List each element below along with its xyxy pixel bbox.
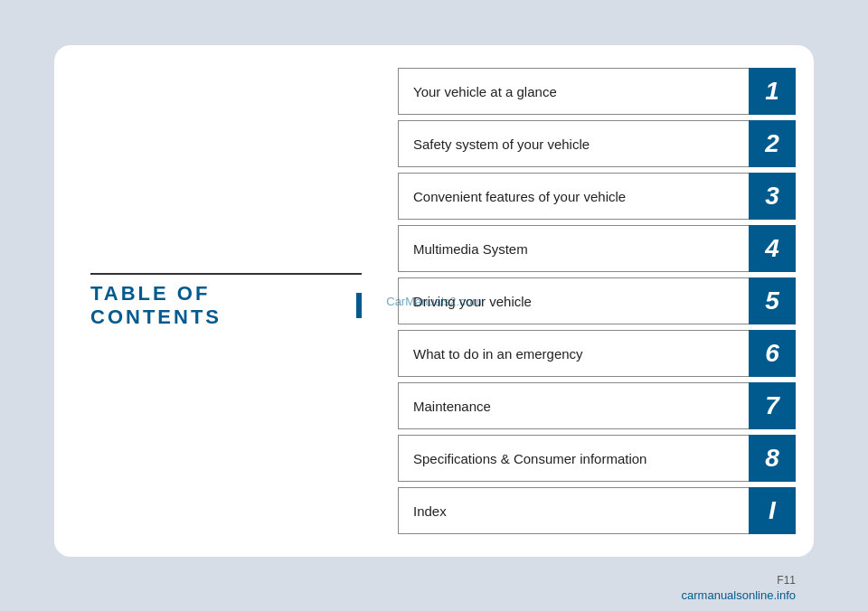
table-row[interactable]: Your vehicle at a glance1: [398, 68, 796, 115]
toc-item-label: Safety system of your vehicle: [398, 120, 749, 167]
toc-title-text: TABLE OF CONTENTS: [90, 282, 349, 329]
toc-item-label: Maintenance: [398, 382, 749, 429]
toc-list: Your vehicle at a glance1Safety system o…: [398, 50, 814, 552]
table-row[interactable]: Safety system of your vehicle2: [398, 120, 796, 167]
table-row[interactable]: Convenient features of your vehicle3: [398, 173, 796, 220]
toc-item-label: Your vehicle at a glance: [398, 68, 749, 115]
table-row[interactable]: Multimedia System4: [398, 225, 796, 272]
toc-item-number: 8: [749, 435, 796, 482]
page-container: TABLE OF CONTENTS Your vehicle at a glan…: [54, 45, 814, 557]
toc-title-line: [90, 273, 362, 275]
toc-item-label: Index: [398, 487, 749, 534]
toc-title-wrapper: TABLE OF CONTENTS: [90, 273, 362, 329]
toc-item-number: 4: [749, 225, 796, 272]
toc-item-number: 6: [749, 330, 796, 377]
toc-item-number: 1: [749, 68, 796, 115]
toc-item-number: I: [749, 487, 796, 534]
toc-item-number: 7: [749, 382, 796, 429]
toc-item-label: What to do in an emergency: [398, 330, 749, 377]
toc-title: TABLE OF CONTENTS: [90, 282, 362, 329]
toc-item-label: Specifications & Consumer information: [398, 435, 749, 482]
left-panel: TABLE OF CONTENTS: [54, 237, 398, 365]
table-row[interactable]: What to do in an emergency6: [398, 330, 796, 377]
page-number: F11: [777, 574, 796, 587]
toc-item-label: Convenient features of your vehicle: [398, 173, 749, 220]
footer: F11 carmanualsonline.info: [682, 574, 796, 602]
table-row[interactable]: Driving your vehicle5: [398, 277, 796, 324]
toc-item-number: 2: [749, 120, 796, 167]
toc-item-label: Multimedia System: [398, 225, 749, 272]
footer-logo: carmanualsonline.info: [682, 588, 796, 602]
table-row[interactable]: IndexI: [398, 487, 796, 534]
toc-title-accent: [356, 293, 362, 318]
toc-item-number: 3: [749, 173, 796, 220]
table-row[interactable]: Maintenance7: [398, 382, 796, 429]
toc-item-number: 5: [749, 277, 796, 324]
table-row[interactable]: Specifications & Consumer information8: [398, 435, 796, 482]
toc-item-label: Driving your vehicle: [398, 277, 749, 324]
